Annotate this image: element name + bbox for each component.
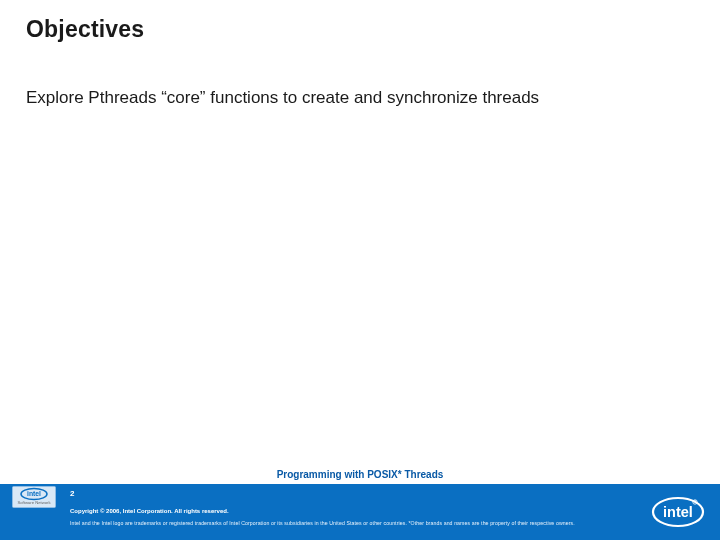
disclaimer-text: Intel and the Intel logo are trademarks … [70, 520, 575, 526]
slide-body-text: Explore Pthreads “core” functions to cre… [26, 87, 694, 110]
slide: Objectives Explore Pthreads “core” funct… [0, 0, 720, 540]
intel-software-network-logo-icon: intel Software Network [12, 486, 56, 508]
slide-content: Objectives Explore Pthreads “core” funct… [0, 0, 720, 465]
intel-logo-icon: intel R [650, 492, 706, 532]
slide-footer: intel Software Network 2 Copyright © 200… [0, 484, 720, 540]
page-number: 2 [70, 489, 74, 498]
slide-title: Objectives [26, 16, 694, 43]
intel-logo-text: intel [663, 504, 693, 520]
slide-subheader: Programming with POSIX* Threads [0, 465, 720, 484]
logo-brand-text: intel [27, 490, 41, 497]
logo-network-text: Software Network [17, 500, 51, 505]
copyright-text: Copyright © 2006, Intel Corporation. All… [70, 508, 229, 514]
